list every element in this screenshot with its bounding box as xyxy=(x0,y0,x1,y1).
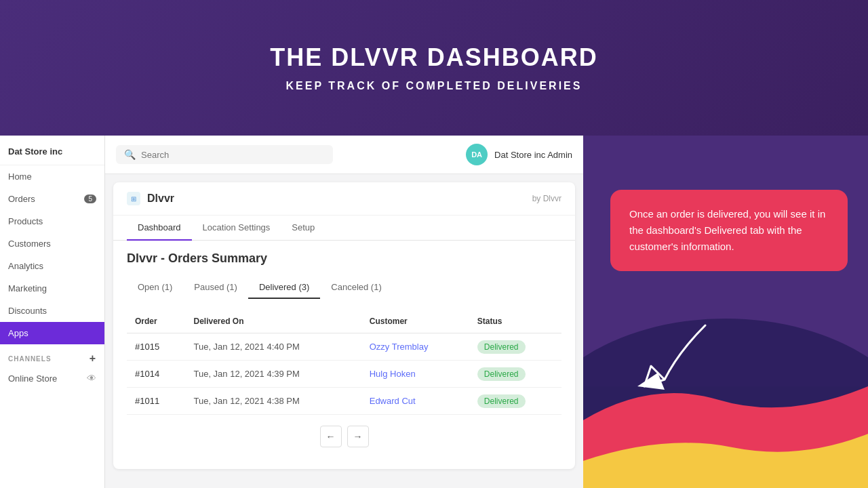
sidebar: Dat Store inc Home Orders 5 Products Cus… xyxy=(0,136,105,488)
arrow-svg xyxy=(624,312,719,393)
right-panel: Once an order is delivered, you will see… xyxy=(583,136,868,488)
sidebar-item-customers[interactable]: Customers xyxy=(0,232,104,255)
tooltip-text: Once an order is delivered, you will see… xyxy=(629,208,825,252)
status-badge: Delivered xyxy=(477,367,526,381)
status-badge: Delivered xyxy=(477,340,526,354)
order-number[interactable]: #1015 xyxy=(127,333,185,361)
sidebar-item-online-store[interactable]: Online Store 👁 xyxy=(0,367,104,389)
avatar: DA xyxy=(466,144,488,165)
status-cell: Delivered xyxy=(469,361,561,388)
by-label: by Dlvvr xyxy=(532,194,561,203)
col-customer: Customer xyxy=(361,310,469,333)
orders-badge: 5 xyxy=(84,195,96,203)
delivered-on-date: Tue, Jan 12, 2021 4:39 PM xyxy=(185,361,361,388)
sidebar-item-analytics[interactable]: Analytics xyxy=(0,255,104,277)
col-status: Status xyxy=(469,310,561,333)
sidebar-item-orders[interactable]: Orders 5 xyxy=(0,188,104,210)
channels-section-header: CHANNELS + xyxy=(0,344,104,367)
customer-name[interactable]: Hulg Hoken xyxy=(361,361,469,388)
customer-name[interactable]: Ozzy Tremblay xyxy=(361,333,469,361)
sidebar-item-home[interactable]: Home xyxy=(0,165,104,188)
tabs: Dashboard Location Settings Setup xyxy=(113,216,575,241)
status-badge: Delivered xyxy=(477,394,526,408)
tab-location-settings[interactable]: Location Settings xyxy=(192,216,281,241)
sub-tab-delivered[interactable]: Delivered (3) xyxy=(248,277,320,299)
sub-tab-canceled[interactable]: Canceled (1) xyxy=(320,277,392,299)
channels-add-button[interactable]: + xyxy=(90,352,96,365)
app-header: ⊞ Dlvvr by Dlvvr xyxy=(113,182,575,216)
username: Dat Store inc Admin xyxy=(494,150,572,160)
search-input[interactable] xyxy=(141,150,325,160)
tooltip-box: Once an order is delivered, you will see… xyxy=(610,190,848,271)
prev-page-button[interactable]: ← xyxy=(320,426,342,447)
delivered-on-date: Tue, Jan 12, 2021 4:38 PM xyxy=(185,388,361,415)
table-row: #1011 Tue, Jan 12, 2021 4:38 PM Edward C… xyxy=(127,388,561,415)
topbar: 🔍 DA Dat Store inc Admin xyxy=(105,136,583,174)
search-icon: 🔍 xyxy=(124,149,136,160)
sidebar-item-discounts[interactable]: Discounts xyxy=(0,300,104,322)
status-cell: Delivered xyxy=(469,333,561,361)
orders-table: Order Delivered On Customer Status #1015… xyxy=(127,310,561,415)
status-cell: Delivered xyxy=(469,388,561,415)
main-layout: Dat Store inc Home Orders 5 Products Cus… xyxy=(0,136,868,488)
table-row: #1015 Tue, Jan 12, 2021 4:40 PM Ozzy Tre… xyxy=(127,333,561,361)
sidebar-item-apps[interactable]: Apps xyxy=(0,322,104,344)
hero-title: THE DLVVR DASHBOARD xyxy=(270,43,597,72)
col-order: Order xyxy=(127,310,185,333)
sidebar-item-products[interactable]: Products xyxy=(0,210,104,232)
hero-subtitle: KEEP TRACK OF COMPLETED DELIVERIES xyxy=(286,80,583,92)
store-name: Dat Store inc xyxy=(0,136,104,165)
sub-tabs: Open (1) Paused (1) Delivered (3) Cancel… xyxy=(127,277,561,299)
pagination: ← → xyxy=(127,415,561,458)
sidebar-item-marketing[interactable]: Marketing xyxy=(0,277,104,300)
tab-dashboard[interactable]: Dashboard xyxy=(127,216,192,241)
customer-name[interactable]: Edward Cut xyxy=(361,388,469,415)
hero-section: THE DLVVR DASHBOARD KEEP TRACK OF COMPLE… xyxy=(0,0,868,136)
col-delivered-on: Delivered On xyxy=(185,310,361,333)
search-box: 🔍 xyxy=(116,145,333,164)
sub-tab-open[interactable]: Open (1) xyxy=(127,277,183,299)
main-content: 🔍 DA Dat Store inc Admin ⊞ Dlvvr by Dlvv… xyxy=(105,136,583,488)
app-title-row: ⊞ Dlvvr xyxy=(127,192,174,205)
sub-tab-paused[interactable]: Paused (1) xyxy=(183,277,248,299)
delivered-on-date: Tue, Jan 12, 2021 4:40 PM xyxy=(185,333,361,361)
app-icon: ⊞ xyxy=(127,192,140,205)
eye-icon: 👁 xyxy=(87,373,96,384)
order-number[interactable]: #1014 xyxy=(127,361,185,388)
app-panel: ⊞ Dlvvr by Dlvvr Dashboard Location Sett… xyxy=(113,182,575,469)
next-page-button[interactable]: → xyxy=(347,426,369,447)
orders-section: Dlvvr - Orders Summary Open (1) Paused (… xyxy=(113,241,575,469)
orders-title: Dlvvr - Orders Summary xyxy=(127,251,561,266)
user-area: DA Dat Store inc Admin xyxy=(466,144,572,165)
app-name: Dlvvr xyxy=(147,192,174,205)
order-number[interactable]: #1011 xyxy=(127,388,185,415)
tab-setup[interactable]: Setup xyxy=(281,216,326,241)
table-row: #1014 Tue, Jan 12, 2021 4:39 PM Hulg Hok… xyxy=(127,361,561,388)
